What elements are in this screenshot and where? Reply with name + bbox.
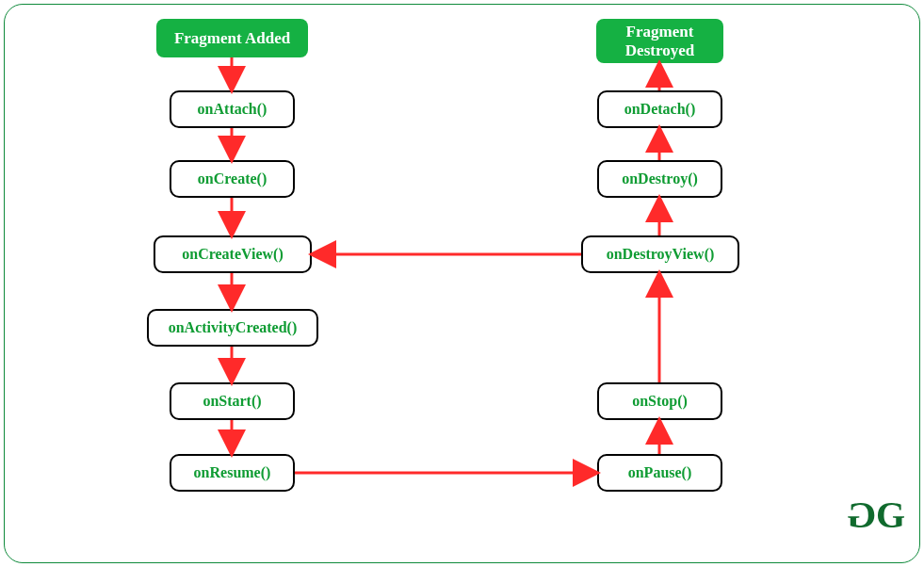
node-on-stop: onStop() [597, 382, 722, 420]
diagram-canvas: Fragment Added onAttach() onCreate() onC… [0, 0, 924, 567]
node-label: onStop() [632, 393, 688, 410]
node-on-resume: onResume() [170, 454, 295, 492]
node-on-create: onCreate() [170, 160, 295, 198]
brand-logo: GG [852, 493, 900, 537]
node-fragment-destroyed: Fragment Destroyed [596, 19, 723, 63]
node-label: onDetach() [624, 101, 696, 118]
node-label: onAttach() [198, 101, 267, 118]
node-on-detach: onDetach() [597, 90, 722, 128]
node-label: onCreateView() [182, 246, 284, 263]
node-label: onCreate() [198, 170, 267, 187]
outer-frame [4, 4, 920, 563]
node-label: onPause() [628, 464, 692, 481]
node-on-pause: onPause() [597, 454, 722, 492]
node-label: onStart() [203, 393, 261, 410]
node-on-attach: onAttach() [170, 90, 295, 128]
node-fragment-added: Fragment Added [156, 19, 308, 57]
node-on-activity-created: onActivityCreated() [147, 309, 318, 347]
node-on-start: onStart() [170, 382, 295, 420]
node-on-create-view: onCreateView() [154, 235, 312, 273]
node-label: onResume() [194, 464, 271, 481]
node-label: onDestroyView() [607, 246, 715, 263]
node-label: Fragment Added [174, 29, 290, 48]
node-label: onActivityCreated() [169, 319, 298, 336]
node-label: Fragment Destroyed [625, 23, 694, 59]
node-on-destroy: onDestroy() [597, 160, 722, 198]
node-on-destroy-view: onDestroyView() [581, 235, 739, 273]
node-label: onDestroy() [622, 170, 698, 187]
